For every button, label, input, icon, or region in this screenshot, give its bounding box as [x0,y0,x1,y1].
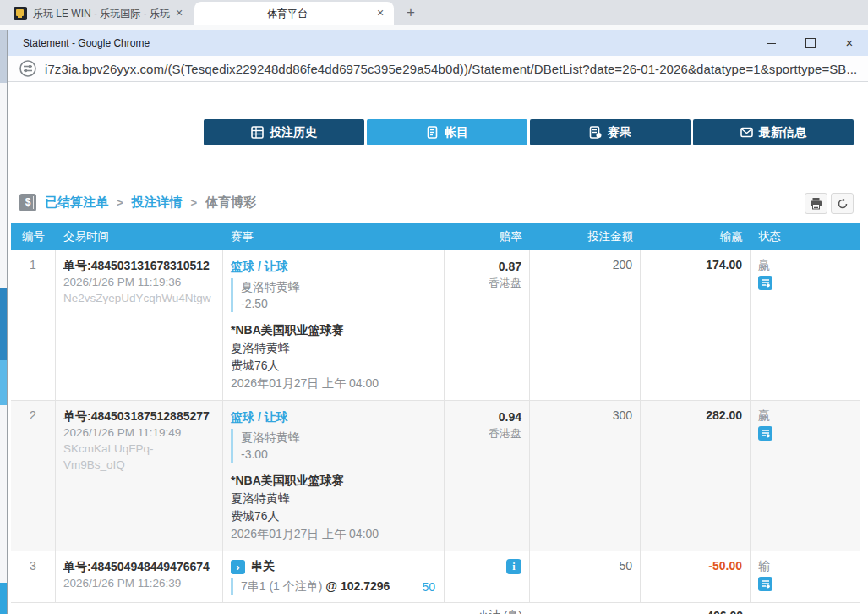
window-title: Statement - Google Chrome [23,37,765,49]
winloss-cell: 282.00 [641,401,751,551]
nav-results-button[interactable]: 赛果 [530,119,691,145]
chevron-right-icon: > [191,196,198,209]
window-titlebar: Statement - Google Chrome × [8,30,868,56]
home-team: 夏洛特黄蜂 [231,490,436,507]
printer-icon [810,197,822,210]
status-text: 赢 [758,258,852,273]
col-header-no: 编号 [11,223,56,250]
address-bar[interactable]: i7z3ia.bpv26yyx.com/(S(Tesqedix229248dd8… [8,56,868,82]
statement-popup-window: Statement - Google Chrome × i7z3ia.bpv26… [7,30,868,614]
new-tab-button[interactable]: + [402,4,419,21]
subtotal-winloss: 406.00 [641,609,751,614]
row-no: 3 [11,551,56,602]
table-row: 1 单号:484503131678310512 2026/1/26 PM 11:… [11,250,860,401]
transaction-cell: 单号:484504948449476674 2026/1/26 PM 11:26… [56,551,223,602]
odds-type: 香港盘 [452,425,521,441]
tab-close-icon[interactable]: × [172,7,186,20]
bet-receipt-icon[interactable] [758,276,772,290]
table-row: 3 单号:484504948449476674 2026/1/26 PM 11:… [11,551,860,603]
match-time: 2026年01月27日 上午 04:00 [231,525,436,543]
browser-tab-strip: 乐玩 LE WIN - 乐玩国际 - 乐玩 × 体育平台 × + [0,0,868,25]
bet-receipt-icon[interactable] [758,577,772,591]
handicap-value: -3.00 [241,446,436,463]
order-number: 单号:484503131678310512 [63,258,215,274]
minimize-icon[interactable] [765,36,778,50]
bet-receipt-icon[interactable] [758,426,772,441]
winloss-cell: -50.00 [641,551,751,602]
refresh-button[interactable] [831,193,854,214]
expand-parlay-icon[interactable]: › [231,560,245,574]
tab-title: 体育平台 [201,7,374,21]
nav-bet-history-button[interactable]: 投注历史 [204,119,364,145]
order-time: 2026/1/26 PM 11:26:39 [63,575,215,591]
subtotal-row: 小计 (赢) 406.00 [11,603,860,614]
handicap-value: -2.50 [241,295,436,312]
bet-type-link[interactable]: 篮球 / 让球 [231,258,436,275]
status-text: 赢 [758,408,852,424]
mail-icon [740,126,753,139]
nav-label: 帐目 [445,125,468,140]
nav-latest-message-button[interactable]: 最新信息 [693,119,854,145]
parlay-header: › 串关 [231,559,436,574]
url-text: i7z3ia.bpv26yyx.com/(S(Tesqedix229248dd8… [45,62,857,76]
nav-label: 投注历史 [270,125,317,140]
row-no: 1 [11,250,56,400]
tab-lewin[interactable]: 乐玩 LE WIN - 乐玩国际 - 乐玩 × [8,2,191,25]
away-team: 费城76人 [231,507,436,525]
odds-value: 0.94 [452,408,521,425]
print-button[interactable] [805,193,827,214]
odds-cell: i [445,551,530,602]
breadcrumb-bet-detail[interactable]: 投注详情 [132,195,183,211]
maximize-icon[interactable] [804,36,817,50]
pick-block: 夏洛特黄蜂 -2.50 [231,278,436,312]
breadcrumb: $ 已结算注单 > 投注详情 > 体育博彩 [19,191,256,213]
tab-title: 乐玩 LE WIN - 乐玩国际 - 乐玩 [33,7,172,21]
parlay-type: 串关 [251,559,275,574]
match-time: 2026年01月27日 上午 04:00 [231,375,436,392]
tab-sport-platform[interactable]: 体育平台 × [194,2,394,25]
stake-cell: 300 [530,401,641,551]
col-header-time: 交易时间 [56,223,223,250]
tab-close-icon[interactable]: × [374,7,387,20]
table-tools [805,193,854,214]
parlay-odds: @ 102.7296 [325,579,390,593]
picked-team: 夏洛特黄蜂 [241,278,436,295]
order-number: 单号:484503187512885277 [63,408,215,425]
table-header-row: 编号 交易时间 赛事 赔率 投注金额 输赢 状态 [11,223,860,250]
site-settings-icon[interactable] [19,60,36,77]
bet-history-icon [251,126,264,139]
info-icon[interactable]: i [506,559,521,574]
picked-team: 夏洛特黄蜂 [241,429,436,446]
odds-cell: 0.87 香港盘 [445,250,530,400]
nav-label: 最新信息 [759,125,806,140]
status-cell: 赢 [751,250,860,400]
nav-label: 赛果 [608,125,631,140]
bet-list-table: 编号 交易时间 赛事 赔率 投注金额 输赢 状态 1 单号:4845031316… [11,223,860,614]
order-time: 2026/1/26 PM 11:19:49 [63,425,215,441]
odds-cell: 0.94 香港盘 [445,401,530,551]
status-cell: 输 [751,551,860,602]
close-icon[interactable]: × [843,36,856,50]
results-icon [589,126,602,139]
transaction-cell: 单号:484503131678310512 2026/1/26 PM 11:19… [56,250,223,400]
breadcrumb-settled-bets[interactable]: 已结算注单 [45,195,108,211]
statement-icon [426,126,439,139]
bet-type-link[interactable]: 篮球 / 让球 [231,408,436,425]
odds-value: 0.87 [452,258,521,275]
col-header-odds: 赔率 [445,223,530,250]
refresh-icon [837,198,849,210]
col-header-winloss: 输赢 [641,223,751,250]
event-cell: › 串关 7串1 (1 个注单) @ 102.7296 50 [223,551,445,602]
lewin-favicon-icon [14,7,27,20]
parlay-count-link[interactable]: 50 [422,580,435,594]
table-row: 2 单号:484503187512885277 2026/1/26 PM 11:… [11,401,860,551]
pick-block: 夏洛特黄蜂 -3.00 [231,429,436,463]
league-name: *NBA美国职业篮球赛 [231,472,436,490]
nav-statement-button[interactable]: 帐目 [367,119,527,145]
order-number: 单号:484504948449476674 [63,559,215,575]
order-ref: SKcmKaLUqFPq-Vm9Bs_oIQ [63,441,215,473]
home-team: 夏洛特黄蜂 [231,339,436,357]
parlay-info: 7串1 (1 个注单) [241,579,325,593]
winloss-cell: 174.00 [641,250,751,400]
event-cell: 篮球 / 让球 夏洛特黄蜂 -2.50 *NBA美国职业篮球赛 夏洛特黄蜂 费城… [223,250,445,400]
